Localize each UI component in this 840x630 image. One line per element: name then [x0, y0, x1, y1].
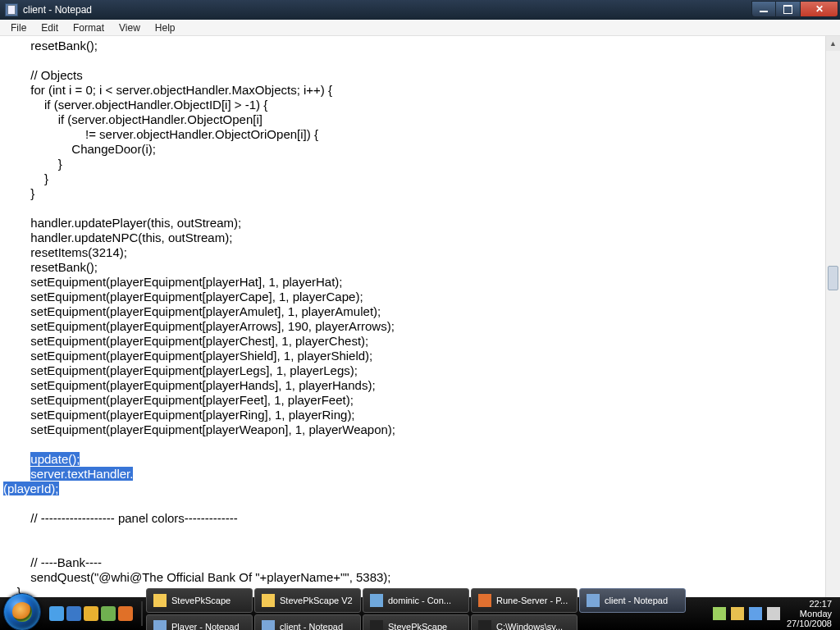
tray-volume-icon[interactable]: [767, 607, 780, 620]
clock-time: 22:17: [787, 599, 832, 609]
close-button[interactable]: [801, 1, 838, 17]
task-icon: [370, 594, 383, 607]
selection: (playerId);: [3, 482, 59, 495]
task-label: C:\Windows\sy...: [496, 622, 563, 630]
task-label: client - Notepad: [605, 596, 668, 605]
window-title: client - Notepad: [23, 4, 92, 16]
task-label: StevePkScape: [388, 622, 447, 630]
selection: server.textHandler.: [30, 467, 133, 481]
quicklaunch-tool-icon[interactable]: [101, 606, 116, 621]
notepad-window: client - Notepad File Edit Format View H…: [0, 0, 840, 630]
menu-file[interactable]: File: [3, 21, 34, 35]
selection: update();: [30, 452, 80, 466]
system-tray: 22:17 Monday 27/10/2008: [705, 599, 840, 628]
quicklaunch-chrome-icon[interactable]: [84, 606, 98, 621]
task-label: dominic - Con...: [388, 596, 451, 605]
taskbar-item[interactable]: client - Notepad: [254, 614, 361, 630]
start-button[interactable]: [3, 593, 41, 630]
task-icon: [262, 594, 275, 607]
code-pre: resetBank(); // Objects for (int i = 0; …: [3, 39, 395, 436]
task-icon: [370, 620, 383, 630]
minimize-button[interactable]: [751, 1, 776, 17]
text-editor[interactable]: resetBank(); // Objects for (int i = 0; …: [0, 36, 825, 630]
taskbar-row: StevePkScapeStevePkScape V2dominic - Con…: [146, 588, 705, 613]
task-icon: [587, 594, 600, 607]
taskbar-item[interactable]: StevePkScape: [146, 588, 253, 613]
quick-launch: [44, 606, 138, 621]
taskbar-row: Player - Notepadclient - NotepadStevePkS…: [146, 614, 705, 630]
taskbar-item[interactable]: Player - Notepad: [146, 614, 253, 630]
menu-help[interactable]: Help: [148, 21, 183, 35]
task-label: client - Notepad: [280, 622, 343, 630]
task-label: StevePkScape V2: [280, 596, 353, 605]
taskbar-item[interactable]: StevePkScape V2: [254, 588, 361, 613]
quicklaunch-safari-icon[interactable]: [49, 606, 64, 621]
task-icon: [262, 620, 275, 630]
app-icon: [5, 3, 18, 16]
clock[interactable]: 22:17 Monday 27/10/2008: [787, 599, 832, 628]
taskbar-item[interactable]: C:\Windows\sy...: [471, 614, 578, 630]
vertical-scrollbar[interactable]: ▲ ▼: [825, 36, 840, 630]
titlebar[interactable]: client - Notepad: [0, 0, 840, 20]
task-label: StevePkScape: [171, 596, 231, 605]
task-label: Rune-Server - P...: [496, 596, 568, 605]
taskbar-item[interactable]: dominic - Con...: [363, 588, 469, 613]
tray-battery-icon[interactable]: [731, 607, 744, 620]
menu-view[interactable]: View: [112, 21, 148, 35]
taskbar-item[interactable]: Rune-Server - P...: [471, 588, 578, 613]
clock-date: 27/10/2008: [787, 619, 832, 628]
task-label: Player - Notepad: [171, 622, 240, 630]
tray-user-icon[interactable]: [713, 607, 726, 620]
scroll-thumb[interactable]: [828, 266, 838, 290]
task-icon: [478, 620, 491, 630]
task-icon: [153, 594, 167, 607]
quicklaunch-ie-icon[interactable]: [66, 606, 81, 621]
maximize-button[interactable]: [776, 1, 801, 17]
menubar: File Edit Format View Help: [0, 20, 840, 36]
taskbar: StevePkScapeStevePkScape V2dominic - Con…: [0, 597, 840, 630]
quicklaunch-firefox-icon[interactable]: [118, 606, 133, 621]
menu-format[interactable]: Format: [66, 21, 112, 35]
clock-day: Monday: [787, 609, 832, 619]
tray-msn-icon[interactable]: [749, 607, 762, 620]
taskbar-item[interactable]: client - Notepad: [579, 588, 686, 613]
scroll-up-button[interactable]: ▲: [826, 36, 840, 51]
task-icon: [153, 620, 167, 630]
taskbar-item[interactable]: StevePkScape: [363, 614, 469, 630]
task-icon: [478, 594, 491, 607]
menu-edit[interactable]: Edit: [34, 21, 66, 35]
